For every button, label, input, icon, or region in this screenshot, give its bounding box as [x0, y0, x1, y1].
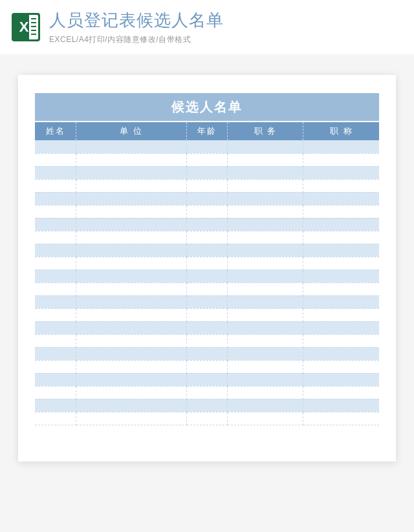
table-cell [228, 295, 303, 308]
table-cell [186, 386, 228, 399]
page-subtitle: EXCEL/A4打印/内容随意修改/自带格式 [49, 34, 224, 45]
table-cell [35, 399, 76, 412]
table-cell [35, 205, 76, 218]
table-cell [76, 360, 186, 373]
table-row [35, 386, 379, 399]
table-cell [303, 166, 379, 179]
table-row [35, 205, 379, 218]
table-cell [35, 373, 76, 386]
table-cell [186, 282, 228, 295]
table-cell [35, 360, 76, 373]
table-cell [303, 270, 379, 282]
table-cell [186, 257, 228, 270]
table-cell [35, 334, 76, 347]
table-cell [303, 282, 379, 295]
table-row [35, 360, 379, 373]
table-cell [228, 166, 303, 179]
col-header-name: 姓名 [35, 122, 76, 140]
table-cell [186, 179, 228, 192]
table-cell [303, 218, 379, 231]
table-cell [76, 192, 186, 205]
page-header: X 人员登记表候选人名单 EXCEL/A4打印/内容随意修改/自带格式 [0, 0, 414, 54]
table-cell [76, 386, 186, 399]
table-cell [228, 140, 303, 153]
table-cell [35, 257, 76, 270]
table-cell [228, 347, 303, 360]
table-cell [186, 295, 228, 308]
table-row [35, 373, 379, 386]
table-cell [35, 270, 76, 282]
table-cell [35, 244, 76, 257]
table-cell [303, 205, 379, 218]
table-cell [35, 192, 76, 205]
table-cell [228, 373, 303, 386]
table-cell [228, 192, 303, 205]
table-title: 候选人名单 [35, 93, 379, 122]
table-cell [186, 153, 228, 166]
table-row [35, 399, 379, 412]
table-cell [35, 231, 76, 244]
table-cell [228, 153, 303, 166]
col-header-duty: 职 务 [228, 122, 303, 140]
table-row [35, 295, 379, 308]
table-cell [228, 308, 303, 321]
table-cell [35, 386, 76, 399]
table-cell [35, 140, 76, 153]
table-cell [35, 153, 76, 166]
table-cell [186, 399, 228, 412]
table-cell [76, 308, 186, 321]
table-row [35, 282, 379, 295]
table-cell [228, 218, 303, 231]
table-cell [228, 412, 303, 425]
table-cell [186, 334, 228, 347]
table-cell [228, 399, 303, 412]
table-row [35, 231, 379, 244]
table-cell [303, 334, 379, 347]
table-cell [303, 192, 379, 205]
table-cell [228, 360, 303, 373]
table-row [35, 347, 379, 360]
table-cell [35, 295, 76, 308]
table-cell [186, 412, 228, 425]
table-cell [76, 347, 186, 360]
table-row [35, 192, 379, 205]
table-cell [303, 412, 379, 425]
excel-icon: X [12, 13, 40, 41]
table-title-row: 候选人名单 [35, 93, 379, 122]
table-row [35, 179, 379, 192]
table-cell [186, 140, 228, 153]
table-cell [228, 282, 303, 295]
table-cell [35, 347, 76, 360]
table-cell [35, 282, 76, 295]
table-row [35, 334, 379, 347]
candidate-table: 候选人名单 姓名 单 位 年龄 职 务 职 称 [35, 93, 379, 425]
table-cell [76, 270, 186, 282]
excel-icon-glyph: X [19, 19, 29, 36]
table-row [35, 140, 379, 153]
table-cell [186, 231, 228, 244]
table-cell [186, 373, 228, 386]
table-cell [186, 360, 228, 373]
table-cell [76, 166, 186, 179]
table-cell [35, 218, 76, 231]
table-cell [303, 399, 379, 412]
table-row [35, 166, 379, 179]
table-cell [303, 140, 379, 153]
table-cell [303, 373, 379, 386]
table-row [35, 244, 379, 257]
table-cell [228, 334, 303, 347]
table-cell [228, 244, 303, 257]
table-cell [76, 257, 186, 270]
col-header-age: 年龄 [186, 122, 228, 140]
table-cell [76, 218, 186, 231]
table-cell [76, 295, 186, 308]
header-text-block: 人员登记表候选人名单 EXCEL/A4打印/内容随意修改/自带格式 [49, 9, 224, 45]
page-title: 人员登记表候选人名单 [49, 9, 224, 32]
table-row [35, 257, 379, 270]
table-cell [303, 360, 379, 373]
table-cell [303, 347, 379, 360]
table-cell [35, 179, 76, 192]
table-cell [303, 295, 379, 308]
body-area: 候选人名单 姓名 单 位 年龄 职 务 职 称 [0, 54, 414, 482]
table-cell [303, 308, 379, 321]
